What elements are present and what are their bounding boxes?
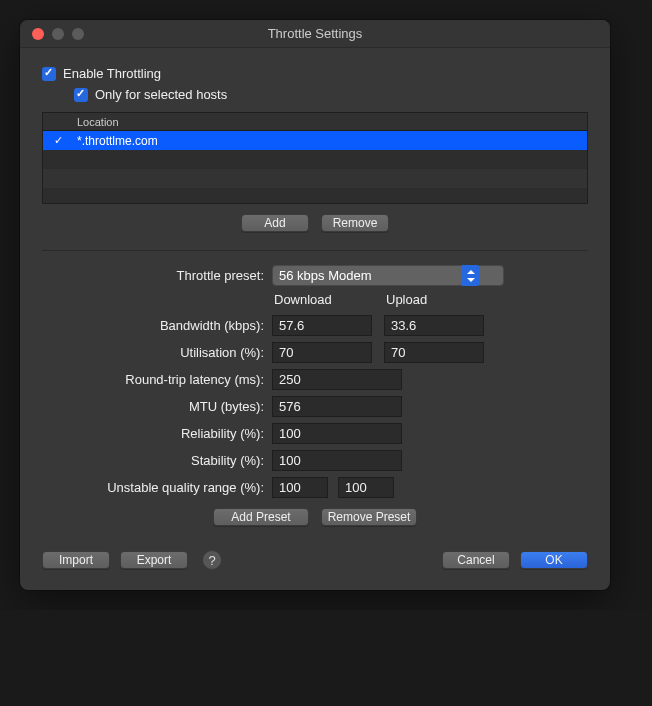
stability-field[interactable] xyxy=(272,450,402,471)
remove-preset-button[interactable]: Remove Preset xyxy=(321,508,417,526)
titlebar: Throttle Settings xyxy=(20,20,610,48)
utilisation-download-field[interactable] xyxy=(272,342,372,363)
table-row[interactable]: ✓ *.throttlme.com xyxy=(43,131,587,150)
bandwidth-download-field[interactable] xyxy=(272,315,372,336)
mtu-field[interactable] xyxy=(272,396,402,417)
window-title: Throttle Settings xyxy=(20,26,610,41)
traffic-lights xyxy=(20,28,84,40)
utilisation-label: Utilisation (%): xyxy=(42,345,272,360)
bandwidth-upload-field[interactable] xyxy=(384,315,484,336)
add-preset-button[interactable]: Add Preset xyxy=(213,508,309,526)
throttle-settings-window: Throttle Settings Enable Throttling Only… xyxy=(20,20,610,590)
upload-col-header: Upload xyxy=(384,292,484,309)
ok-button[interactable]: OK xyxy=(520,551,588,569)
divider xyxy=(42,250,588,251)
enable-throttling-label: Enable Throttling xyxy=(63,66,161,81)
preset-label: Throttle preset: xyxy=(42,268,272,283)
cancel-button[interactable]: Cancel xyxy=(442,551,510,569)
stability-label: Stability (%): xyxy=(42,453,272,468)
utilisation-upload-field[interactable] xyxy=(384,342,484,363)
unstable-label: Unstable quality range (%): xyxy=(42,480,272,495)
throttle-form: Throttle preset: 56 kbps Modem Download … xyxy=(42,265,588,498)
row-location: *.throttlme.com xyxy=(73,134,587,148)
selected-hosts-checkbox[interactable] xyxy=(74,88,88,102)
latency-field[interactable] xyxy=(272,369,402,390)
reliability-label: Reliability (%): xyxy=(42,426,272,441)
unstable-high-field[interactable] xyxy=(338,477,394,498)
hosts-table-header: Location xyxy=(43,113,587,131)
reliability-field[interactable] xyxy=(272,423,402,444)
close-icon[interactable] xyxy=(32,28,44,40)
hosts-table: Location ✓ *.throttlme.com xyxy=(42,112,588,204)
export-button[interactable]: Export xyxy=(120,551,188,569)
bandwidth-label: Bandwidth (kbps): xyxy=(42,318,272,333)
add-host-button[interactable]: Add xyxy=(241,214,309,232)
import-button[interactable]: Import xyxy=(42,551,110,569)
download-col-header: Download xyxy=(272,292,372,309)
latency-label: Round-trip latency (ms): xyxy=(42,372,272,387)
enable-throttling-row: Enable Throttling xyxy=(42,66,588,81)
row-check-icon[interactable]: ✓ xyxy=(43,134,73,147)
selected-hosts-label: Only for selected hosts xyxy=(95,87,227,102)
remove-host-button[interactable]: Remove xyxy=(321,214,389,232)
preset-select[interactable]: 56 kbps Modem xyxy=(272,265,504,286)
unstable-low-field[interactable] xyxy=(272,477,328,498)
table-empty-area xyxy=(43,150,587,204)
mtu-label: MTU (bytes): xyxy=(42,399,272,414)
selected-hosts-row: Only for selected hosts xyxy=(74,87,588,102)
enable-throttling-checkbox[interactable] xyxy=(42,67,56,81)
maximize-icon[interactable] xyxy=(72,28,84,40)
help-icon[interactable]: ? xyxy=(202,550,222,570)
hosts-col-location: Location xyxy=(73,116,587,128)
minimize-icon[interactable] xyxy=(52,28,64,40)
